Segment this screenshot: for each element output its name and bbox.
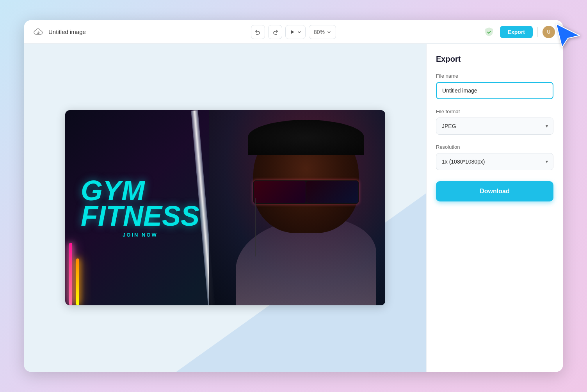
- sunglasses-inner: [253, 180, 359, 204]
- toolbar: Untitled image: [24, 20, 563, 44]
- glass-left: [254, 181, 306, 203]
- file-name-group: File name: [436, 73, 553, 99]
- export-panel: Export File name File format JPEG PNG SV…: [426, 44, 563, 372]
- toolbar-right: Export U: [483, 26, 555, 38]
- file-format-select[interactable]: JPEG PNG SVG PDF: [436, 118, 553, 135]
- canvas-area: GYM FITNESS JOIN NOW: [24, 44, 426, 372]
- file-format-label: File format: [436, 109, 553, 114]
- earring-cord: [255, 198, 256, 257]
- hair: [248, 120, 364, 155]
- neon-lights: [65, 227, 96, 305]
- undo-button[interactable]: [251, 25, 265, 39]
- download-button[interactable]: Download: [436, 181, 553, 201]
- gym-line2: FITNESS: [81, 203, 199, 229]
- gym-text: GYM FITNESS JOIN NOW: [81, 178, 199, 238]
- glass-right: [306, 181, 358, 203]
- file-name-input[interactable]: [436, 82, 553, 99]
- sunglasses: [253, 180, 359, 204]
- export-button[interactable]: Export: [500, 26, 533, 38]
- neon-yellow: [76, 258, 79, 305]
- resolution-select[interactable]: 1x (1080*1080px) 2x (2160*2160px) 3x (32…: [436, 153, 553, 170]
- main-content: GYM FITNESS JOIN NOW: [24, 44, 563, 372]
- gym-line1: GYM: [81, 178, 199, 203]
- avatar[interactable]: U: [543, 26, 555, 38]
- gym-cta: JOIN NOW: [81, 232, 199, 237]
- file-format-wrapper: JPEG PNG SVG PDF ▾: [436, 118, 553, 135]
- shield-icon: [483, 26, 495, 38]
- document-title: Untitled image: [48, 29, 86, 35]
- neon-pink: [69, 243, 72, 305]
- resolution-group: Resolution 1x (1080*1080px) 2x (2160*216…: [436, 144, 553, 170]
- person-overlay: [209, 110, 385, 305]
- svg-marker-0: [291, 30, 294, 34]
- person-silhouette: [209, 110, 385, 305]
- toolbar-center: 80%: [251, 25, 336, 39]
- panel-title: Export: [436, 55, 553, 64]
- zoom-level: 80%: [314, 29, 325, 35]
- gym-design: GYM FITNESS JOIN NOW: [65, 110, 385, 305]
- redo-button[interactable]: [268, 25, 282, 39]
- resolution-wrapper: 1x (1080*1080px) 2x (2160*2160px) 3x (32…: [436, 153, 553, 170]
- resolution-label: Resolution: [436, 144, 553, 150]
- toolbar-divider: [537, 27, 538, 37]
- file-format-group: File format JPEG PNG SVG PDF ▾: [436, 109, 553, 135]
- cloud-icon: [32, 26, 44, 38]
- design-canvas[interactable]: GYM FITNESS JOIN NOW: [65, 110, 385, 305]
- zoom-button[interactable]: 80%: [309, 25, 336, 39]
- preview-button[interactable]: [285, 25, 306, 39]
- file-name-label: File name: [436, 73, 553, 79]
